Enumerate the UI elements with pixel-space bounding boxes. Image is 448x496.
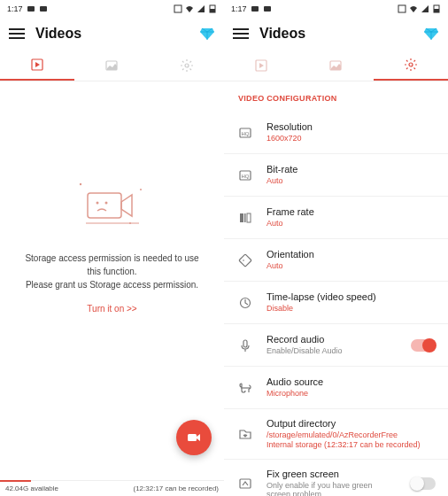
- tabbar: [224, 50, 448, 81]
- setting-body: OrientationAuto: [266, 249, 436, 271]
- setting-body: Bit-rateAuto: [266, 164, 436, 186]
- svg-rect-20: [398, 5, 406, 12]
- empty-line1: Storage access permission is needed to u…: [18, 252, 206, 278]
- toggle[interactable]: [411, 339, 436, 352]
- setting-icon: [236, 477, 254, 491]
- setting-row[interactable]: Record audioEnable/Disable Audio: [224, 324, 448, 367]
- toggle[interactable]: [411, 477, 436, 490]
- setting-title: Time-lapse (video speed): [266, 291, 436, 302]
- notif-icon: [27, 4, 35, 13]
- svg-point-12: [96, 202, 98, 205]
- setting-title: Resolution: [266, 121, 436, 132]
- setting-row[interactable]: HQBit-rateAuto: [224, 154, 448, 197]
- content: Storage access permission is needed to u…: [0, 81, 224, 480]
- storage-bar: 42.04G available (12:32:17 can be record…: [0, 480, 224, 496]
- svg-rect-35: [247, 213, 251, 222]
- setting-icon: [236, 381, 254, 395]
- setting-title: Output directory: [266, 418, 436, 429]
- setting-icon: [236, 211, 254, 225]
- setting-icon: HQ: [236, 126, 254, 140]
- setting-body: Frame rateAuto: [266, 206, 436, 229]
- setting-row[interactable]: Output directory/storage/emulated/0/AzRe…: [224, 409, 448, 460]
- empty-line2: Please grant us Storage access permissio…: [18, 278, 206, 291]
- setting-body: Time-lapse (video speed)Disable: [266, 291, 436, 314]
- svg-rect-19: [264, 6, 271, 12]
- svg-rect-39: [243, 340, 247, 347]
- setting-body: Record audioEnable/Disable Audio: [266, 334, 398, 356]
- setting-body: Fix green screenOnly enable if you have …: [266, 469, 398, 496]
- svg-point-10: [185, 64, 189, 67]
- setting-sub: Only enable if you have green screen pro…: [266, 481, 398, 496]
- svg-rect-36: [239, 253, 251, 266]
- setting-sub: /storage/emulated/0/AzRecorderFree: [266, 430, 436, 440]
- menu-icon[interactable]: [9, 27, 25, 40]
- storage-recordable: (12:32:17 can be recorded): [133, 484, 219, 492]
- statusbar: 1:17: [0, 0, 224, 18]
- setting-title: Fix green screen: [266, 469, 398, 479]
- svg-rect-11: [88, 193, 121, 218]
- setting-row[interactable]: OrientationAuto: [224, 239, 448, 282]
- tab-gallery[interactable]: [298, 50, 373, 81]
- cell-icon: [197, 4, 205, 13]
- svg-point-28: [409, 63, 413, 66]
- svg-rect-33: [240, 213, 243, 222]
- gem-icon[interactable]: [423, 26, 439, 42]
- setting-row[interactable]: Time-lapse (video speed)Disable: [224, 282, 448, 324]
- battery-icon: [208, 4, 217, 13]
- wifi-icon: [185, 4, 194, 13]
- setting-icon: HQ: [236, 168, 254, 182]
- svg-point-13: [104, 202, 107, 205]
- storage-progress: [0, 480, 31, 482]
- setting-title: Bit-rate: [266, 164, 436, 174]
- tab-gallery[interactable]: [74, 50, 149, 81]
- svg-rect-4: [210, 9, 215, 12]
- svg-rect-1: [40, 6, 47, 12]
- svg-text:HQ: HQ: [242, 131, 250, 136]
- setting-body: Audio sourceMicrophone: [266, 376, 436, 399]
- setting-row[interactable]: Frame rateAuto: [224, 197, 448, 239]
- svg-point-37: [243, 260, 244, 261]
- setting-row[interactable]: Fix green screenOnly enable if you have …: [224, 460, 448, 496]
- setting-icon: [236, 296, 254, 310]
- setting-sub: Auto: [266, 219, 436, 229]
- tab-play[interactable]: [0, 50, 74, 81]
- fab-record[interactable]: [176, 420, 212, 455]
- svg-rect-22: [434, 9, 439, 12]
- tab-settings[interactable]: [150, 50, 224, 81]
- svg-point-14: [79, 183, 81, 185]
- setting-body: Resolution1600x720: [266, 121, 436, 143]
- wifi-icon: [409, 4, 418, 13]
- setting-title: Orientation: [266, 249, 436, 260]
- setting-body: Output directory/storage/emulated/0/AzRe…: [266, 418, 436, 450]
- tab-play[interactable]: [224, 50, 298, 81]
- tab-settings[interactable]: [374, 50, 448, 81]
- setting-sub: Microphone: [266, 389, 436, 399]
- turn-on-link[interactable]: Turn it on >>: [87, 304, 136, 314]
- page-title: Videos: [35, 26, 189, 42]
- setting-title: Audio source: [266, 376, 436, 387]
- statusbar: 1:17: [224, 0, 448, 18]
- setting-sub: Enable/Disable Audio: [266, 346, 398, 356]
- setting-sub2: Internal storage (12:32:17 can be record…: [266, 440, 436, 450]
- clock: 1:17: [7, 4, 23, 13]
- clock: 1:17: [231, 4, 247, 13]
- section-header: VIDEO CONFIGURATION: [224, 81, 448, 112]
- page-title: Videos: [259, 26, 413, 42]
- setting-title: Record audio: [266, 334, 398, 345]
- menu-icon[interactable]: [233, 27, 249, 40]
- msg-icon: [39, 4, 48, 13]
- setting-sub: 1600x720: [266, 134, 436, 143]
- svg-rect-40: [240, 479, 251, 488]
- camera-sad-icon: [68, 177, 157, 230]
- setting-row[interactable]: Audio sourceMicrophone: [224, 367, 448, 409]
- gem-icon[interactable]: [199, 26, 215, 42]
- svg-rect-2: [174, 5, 182, 12]
- screenshot-icon: [174, 4, 182, 13]
- screen-left: 1:17 Videos: [0, 0, 224, 496]
- setting-icon: [236, 427, 254, 441]
- msg-icon: [263, 4, 272, 13]
- setting-row[interactable]: HQResolution1600x720: [224, 112, 448, 154]
- settings-content[interactable]: VIDEO CONFIGURATION HQResolution1600x720…: [224, 81, 448, 496]
- svg-rect-0: [27, 6, 35, 12]
- screenshot-icon: [398, 4, 406, 13]
